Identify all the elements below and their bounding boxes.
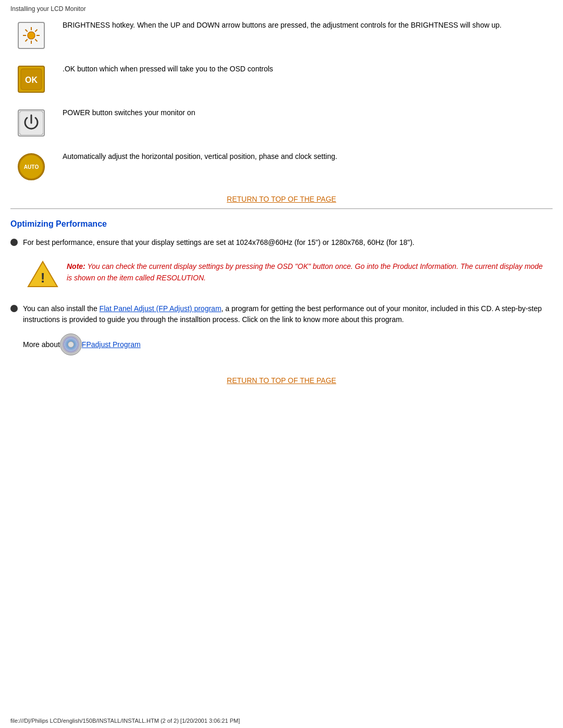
more-about-label: More about <box>23 340 60 349</box>
ok-description: .OK button which when pressed will take … <box>52 64 553 75</box>
svg-text:AUTO: AUTO <box>24 164 39 170</box>
svg-line-5 <box>26 30 28 32</box>
fpadjust-program-link[interactable]: FPadjust Program <box>82 340 141 349</box>
bullet2-prefix: You can also install the <box>23 304 100 313</box>
svg-text:OK: OK <box>25 76 38 84</box>
svg-text:!: ! <box>41 270 45 286</box>
power-description: POWER button switches your monitor on <box>52 107 553 118</box>
section-title: Optimizing Performance <box>10 219 553 229</box>
svg-point-0 <box>28 32 35 39</box>
bottom-file-path: file:///D|/Philips LCD/english/150B/INST… <box>10 718 240 724</box>
return-to-top-container-bottom: RETURN TO TOP OF THE PAGE <box>10 376 553 385</box>
fp-adjust-link[interactable]: Flat Panel Adjust (FP Adjust) program <box>100 304 222 313</box>
bullet-item-2: You can also install the Flat Panel Adju… <box>10 303 553 325</box>
more-about-row: More about FPadjust Program <box>23 334 553 355</box>
power-icon-cell <box>10 107 52 137</box>
return-to-top-link[interactable]: RETURN TO TOP OF THE PAGE <box>227 195 336 203</box>
note-label: Note: <box>67 262 85 270</box>
return-to-top-link-bottom[interactable]: RETURN TO TOP OF THE PAGE <box>227 376 336 385</box>
power-icon <box>18 109 45 137</box>
bullet-dot-1 <box>10 239 18 246</box>
bullet-dot-2 <box>10 305 18 312</box>
brightness-icon-cell <box>10 20 52 49</box>
svg-line-8 <box>26 39 28 41</box>
note-body: You can check the current display settin… <box>67 262 543 282</box>
bullet-text-1: For best performance, ensure that your d… <box>23 237 553 248</box>
auto-description: Automatically adjust the horizontal posi… <box>52 151 553 162</box>
icon-row-ok: OK .OK button which when pressed will ta… <box>10 64 553 93</box>
bullet-item-1: For best performance, ensure that your d… <box>10 237 553 248</box>
icon-row-power: POWER button switches your monitor on <box>10 107 553 137</box>
svg-line-7 <box>35 30 37 32</box>
ok-icon-cell: OK <box>10 64 52 93</box>
note-text: Note: You can check the current display … <box>67 261 548 284</box>
return-to-top-container: RETURN TO TOP OF THE PAGE <box>10 195 553 203</box>
cd-disc-icon <box>60 334 82 355</box>
warning-icon: ! <box>27 261 58 292</box>
auto-icon-cell: AUTO <box>10 151 52 180</box>
brightness-description: BRIGHTNESS hotkey. When the UP and DOWN … <box>52 20 553 31</box>
note-box: ! Note: You can check the current displa… <box>23 256 553 296</box>
bullet-text-2: You can also install the Flat Panel Adju… <box>23 303 553 325</box>
brightness-icon <box>18 22 45 49</box>
auto-icon: AUTO <box>18 153 45 180</box>
ok-icon: OK <box>18 66 45 93</box>
icon-row-brightness: BRIGHTNESS hotkey. When the UP and DOWN … <box>10 20 553 49</box>
section-divider <box>10 208 553 209</box>
svg-line-6 <box>35 39 37 41</box>
icon-row-auto: AUTO Automatically adjust the horizontal… <box>10 151 553 180</box>
optimizing-section: Optimizing Performance For best performa… <box>10 219 553 355</box>
page-label: Installing your LCD Monitor <box>10 5 553 13</box>
